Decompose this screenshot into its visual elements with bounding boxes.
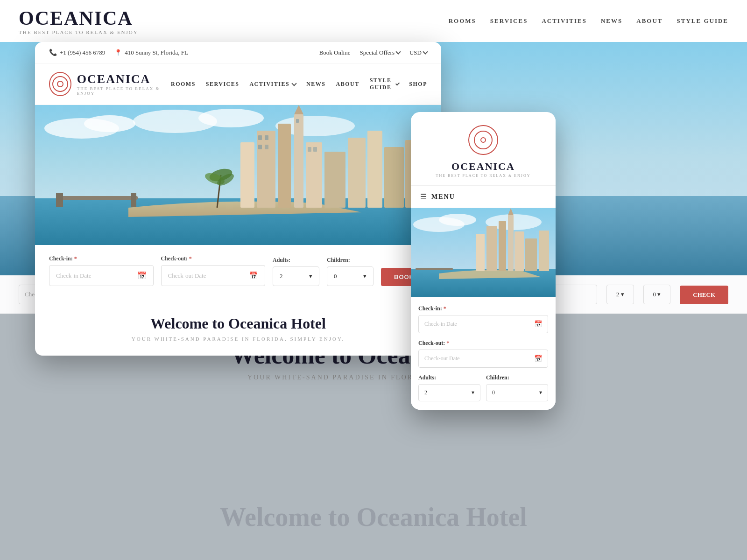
currency-dropdown[interactable]: USD: [409, 49, 427, 56]
nav-rooms[interactable]: ROOMS: [171, 81, 196, 88]
children-select[interactable]: 0 ▾: [327, 266, 374, 286]
adults-field[interactable]: Adults: 2 ▾: [273, 257, 319, 286]
welcome-section: Welcome to Oceanica Hotel YOUR WHITE-SAN…: [35, 296, 441, 356]
logo-ring-core: [57, 81, 63, 87]
bg-nav: ROOMS SERVICES ACTIVITIES NEWS ABOUT STY…: [449, 17, 728, 25]
mobile-children-value: 0: [492, 389, 495, 396]
nav-activities[interactable]: ACTIVITIES: [249, 81, 296, 88]
nav-services[interactable]: SERVICES: [206, 81, 240, 88]
checkout-label: Check-out: *: [161, 255, 266, 262]
special-offers-dropdown[interactable]: Special Offers: [360, 49, 400, 56]
svg-rect-47: [308, 147, 311, 152]
bg-nav-activities: ACTIVITIES: [542, 17, 587, 25]
svg-point-23: [84, 115, 135, 132]
svg-rect-40: [384, 147, 404, 208]
svg-rect-45: [265, 145, 268, 149]
svg-rect-36: [306, 142, 322, 208]
mobile-checkin-required: *: [444, 305, 446, 312]
bg-brand-tagline: THE BEST PLACE TO RELAX & ENJOY: [19, 29, 138, 35]
checkin-label: Check-in: *: [49, 255, 154, 262]
children-label: Children:: [327, 257, 374, 264]
checkin-input[interactable]: Check-in Date 📅: [49, 265, 154, 286]
mobile-logo[interactable]: [468, 125, 498, 155]
children-field[interactable]: Children: 0 ▾: [327, 257, 374, 286]
bg-nav-about: ABOUT: [636, 17, 662, 25]
svg-rect-46: [296, 119, 299, 123]
svg-rect-59: [476, 234, 485, 271]
svg-point-25: [198, 109, 264, 127]
svg-rect-28: [58, 196, 138, 200]
adults-label: Adults:: [273, 257, 319, 264]
mobile-children-label: Children:: [486, 374, 548, 381]
mobile-checkout-placeholder: Check-out Date: [424, 355, 460, 362]
main-logo[interactable]: OCEANICA THE BEST PLACE TO RELAX & ENJOY: [49, 72, 171, 96]
nav-about[interactable]: ABOUT: [336, 81, 359, 88]
booking-bar: Check-in: * Check-in Date 📅 Check-out: *…: [35, 245, 441, 296]
topbar-right[interactable]: Book Online Special Offers USD: [319, 49, 427, 56]
main-navbar: OCEANICA THE BEST PLACE TO RELAX & ENJOY…: [35, 63, 441, 105]
svg-rect-65: [525, 238, 537, 271]
svg-rect-64: [514, 231, 524, 271]
checkout-field[interactable]: Check-out: * Check-out Date 📅: [161, 255, 266, 286]
bg-nav-services: SERVICES: [490, 17, 528, 25]
svg-rect-30: [131, 193, 136, 207]
svg-point-55: [439, 214, 476, 226]
mobile-brand-name: OCEANICA: [420, 161, 546, 173]
mobile-children-chevron-icon: ▾: [539, 389, 542, 396]
mobile-checkout-input[interactable]: Check-out Date 📅: [418, 350, 548, 368]
welcome-title: Welcome to Oceanica Hotel: [49, 315, 427, 332]
activities-chevron-icon: [291, 81, 296, 86]
nav-shop[interactable]: SHOP: [409, 81, 427, 88]
mobile-checkout-field[interactable]: Check-out: * Check-out Date 📅: [418, 340, 548, 368]
booking-row: Check-in: * Check-in Date 📅 Check-out: *…: [49, 255, 427, 286]
svg-rect-34: [294, 114, 303, 208]
mobile-checkin-placeholder: Check-in Date: [424, 321, 457, 328]
svg-rect-48: [313, 147, 317, 152]
svg-rect-66: [539, 231, 549, 271]
brand-tagline: THE BEST PLACE TO RELAX & ENJOY: [77, 86, 171, 96]
bg-nav-style: STYLE GUIDE: [677, 17, 729, 25]
checkin-calendar-icon: 📅: [137, 271, 147, 280]
mobile-children-select[interactable]: 0 ▾: [486, 384, 548, 401]
svg-rect-37: [324, 152, 345, 208]
adults-select[interactable]: 2 ▾: [273, 266, 319, 286]
bg-welcome-sub: YOUR WHITE-SAND PARADISE IN FLORIDA. SIM…: [19, 374, 728, 381]
adults-value: 2: [280, 273, 283, 280]
children-chevron-icon: ▾: [363, 273, 366, 280]
mobile-checkin-field[interactable]: Check-in: * Check-in Date 📅: [418, 305, 548, 333]
phone-icon: 📞: [49, 49, 57, 56]
adults-chevron-icon: ▾: [309, 273, 312, 280]
nav-style-guide[interactable]: STYLE GUIDE: [370, 77, 399, 91]
checkin-placeholder: Check-in Date: [56, 272, 91, 280]
checkin-field[interactable]: Check-in: * Check-in Date 📅: [49, 255, 154, 286]
children-value: 0: [334, 273, 337, 280]
logo-text-block: OCEANICA THE BEST PLACE TO RELAX & ENJOY: [77, 72, 171, 96]
nav-news[interactable]: NEWS: [306, 81, 325, 88]
svg-rect-42: [258, 135, 262, 140]
style-guide-chevron-icon: [395, 81, 400, 85]
book-online-link[interactable]: Book Online: [319, 49, 351, 56]
mobile-adults-group[interactable]: Adults: 2 ▾: [418, 374, 480, 401]
svg-rect-33: [278, 124, 291, 208]
mobile-children-group[interactable]: Children: 0 ▾: [486, 374, 548, 401]
bg-header: OCEANICA THE BEST PLACE TO RELAX & ENJOY…: [0, 0, 747, 42]
main-nav: ROOMS SERVICES ACTIVITIES NEWS ABOUT STY…: [171, 77, 427, 91]
hamburger-icon: ☰: [420, 192, 427, 201]
hero-image: [35, 105, 441, 245]
svg-rect-58: [416, 268, 453, 270]
mobile-adults-chevron-icon: ▾: [472, 389, 474, 396]
bg-logo-area: OCEANICA THE BEST PLACE TO RELAX & ENJOY: [19, 7, 138, 35]
mobile-checkin-input[interactable]: Check-in Date 📅: [418, 315, 548, 333]
mobile-menu-bar[interactable]: ☰ MENU: [411, 186, 556, 208]
topbar: 📞 +1 (954) 456 6789 📍 410 Sunny St, Flor…: [35, 42, 441, 63]
mobile-guests-row: Adults: 2 ▾ Children: 0 ▾: [418, 374, 548, 401]
special-offers-chevron-icon: [395, 49, 401, 54]
svg-rect-44: [258, 145, 262, 149]
mobile-checkout-calendar-icon: 📅: [534, 355, 542, 363]
mobile-adults-select[interactable]: 2 ▾: [418, 384, 480, 401]
checkout-input[interactable]: Check-out Date 📅: [161, 265, 266, 286]
svg-rect-31: [240, 142, 254, 208]
mobile-brand-tagline: THE BEST PLACE TO RELAX & ENJOY: [420, 174, 546, 178]
address-info: 📍 410 Sunny St, Florida, FL: [114, 49, 188, 56]
bottom-welcome-title: Welcome to Oceanica Hotel: [0, 502, 747, 532]
